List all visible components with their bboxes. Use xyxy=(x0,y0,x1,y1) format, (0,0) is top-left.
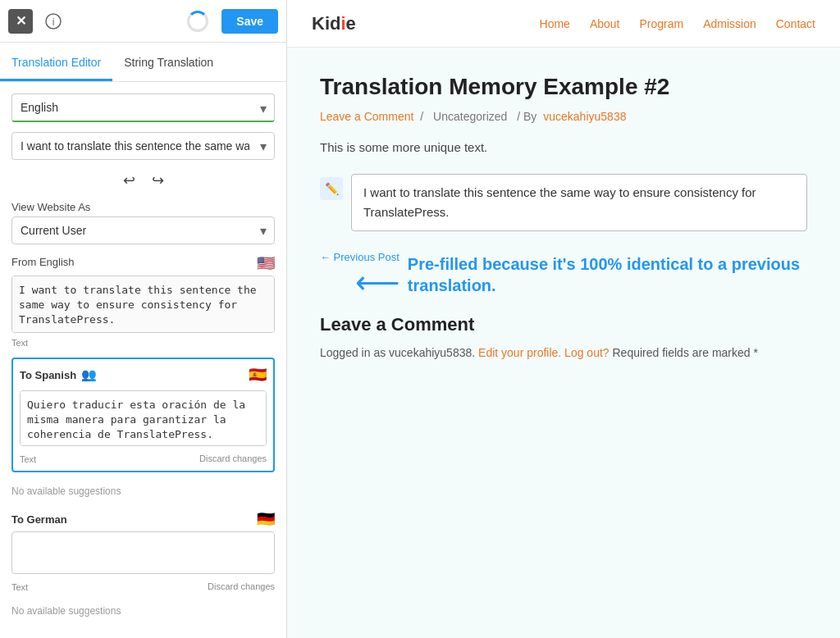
english-flag-icon: 🇺🇸 xyxy=(257,254,275,272)
german-no-suggestions: No available suggestions xyxy=(11,605,275,617)
left-panel: ✕ i Save Translation Editor String Trans… xyxy=(0,0,287,638)
to-spanish-footer: Text Discard changes xyxy=(20,453,267,464)
from-english-type: Text xyxy=(11,338,275,348)
save-button[interactable]: Save xyxy=(221,9,278,34)
prev-string-button[interactable]: ↩ xyxy=(123,171,135,189)
to-spanish-section: To Spanish 👥 🇪🇸 Quiero traducir esta ora… xyxy=(11,358,275,472)
to-german-discard[interactable]: Discard changes xyxy=(208,581,275,591)
german-flag-icon: 🇩🇪 xyxy=(257,510,275,528)
to-spanish-textarea[interactable]: Quiero traducir esta oración de la misma… xyxy=(20,390,267,446)
meta-sep1: / xyxy=(420,110,423,123)
meta-comment-link[interactable]: Leave a Comment xyxy=(320,110,413,123)
site-logo: Kidie xyxy=(312,13,356,34)
string-dropdown-wrap: I want to translate this sentence the sa… xyxy=(11,132,275,160)
from-english-section: From English 🇺🇸 I want to translate this… xyxy=(11,254,275,348)
from-english-textarea[interactable]: I want to translate this sentence the sa… xyxy=(11,276,275,333)
right-panel: Kidie Home About Program Admission Conta… xyxy=(287,0,840,638)
from-english-label: From English xyxy=(11,256,75,268)
logo-accent: i xyxy=(340,13,345,34)
to-spanish-header: To Spanish 👥 🇪🇸 xyxy=(20,366,267,384)
tab-string-translation[interactable]: String Translation xyxy=(112,43,225,81)
loading-spinner xyxy=(187,11,208,32)
site-content: Translation Memory Example #2 Leave a Co… xyxy=(287,48,840,395)
nav-about[interactable]: About xyxy=(590,17,620,30)
site-nav: Home About Program Admission Contact xyxy=(540,17,815,30)
to-german-footer: Text Discard changes xyxy=(11,581,275,592)
post-body-text: This is some more unique text. xyxy=(320,138,807,157)
spanish-no-suggestions: No available suggestions xyxy=(11,485,275,497)
leave-comment-title: Leave a Comment xyxy=(320,314,807,335)
highlight-text-box: I want to translate this sentence the sa… xyxy=(351,174,807,231)
site-header: Kidie Home About Program Admission Conta… xyxy=(287,0,840,48)
prev-post-link[interactable]: ← Previous Post xyxy=(320,251,399,263)
to-spanish-type: Text xyxy=(20,454,36,464)
spanish-flag-icon: 🇪🇸 xyxy=(249,366,267,384)
tabs: Translation Editor String Translation xyxy=(0,43,286,82)
post-title: Translation Memory Example #2 xyxy=(320,72,807,102)
to-german-section: To German 🇩🇪 Text Discard changes xyxy=(11,510,275,592)
logged-in-text: Logged in as vucekahiyu5838. xyxy=(320,346,475,359)
meta-sep2: / By xyxy=(517,110,536,123)
language-dropdown-wrap: English ▾ xyxy=(11,93,275,122)
language-dropdown[interactable]: English xyxy=(11,93,275,122)
people-icon: 👥 xyxy=(81,367,97,382)
to-spanish-discard[interactable]: Discard changes xyxy=(199,453,267,463)
view-website-label: View Website As xyxy=(11,201,275,213)
to-german-textarea[interactable] xyxy=(11,531,275,574)
info-button[interactable]: i xyxy=(41,9,66,34)
nav-home[interactable]: Home xyxy=(540,17,570,30)
from-english-header: From English 🇺🇸 xyxy=(11,254,275,272)
to-german-title: To German xyxy=(11,513,67,526)
nav-arrows: ↩ ↪ xyxy=(11,171,275,189)
edit-button[interactable]: ✏️ xyxy=(320,177,343,200)
panel-body: English ▾ I want to translate this sente… xyxy=(0,82,286,628)
string-dropdown[interactable]: I want to translate this sentence the sa… xyxy=(11,132,275,160)
tab-translation-editor[interactable]: Translation Editor xyxy=(0,43,112,81)
close-button[interactable]: ✕ xyxy=(8,9,33,34)
meta-category: Uncategorized xyxy=(433,110,507,123)
nav-contact[interactable]: Contact xyxy=(776,17,815,30)
pencil-icon: ✏️ xyxy=(320,177,343,200)
view-website-dropdown-wrap: Current User Guest ▾ xyxy=(11,216,275,244)
to-german-type: Text xyxy=(11,582,28,592)
view-website-dropdown[interactable]: Current User Guest xyxy=(11,216,275,244)
toolbar: ✕ i Save xyxy=(0,0,286,43)
highlight-box-wrap: ✏️ I want to translate this sentence the… xyxy=(320,174,807,231)
comment-meta: Logged in as vucekahiyu5838. Edit your p… xyxy=(320,344,807,362)
meta-author[interactable]: vucekahiyu5838 xyxy=(543,110,626,123)
nav-program[interactable]: Program xyxy=(639,17,683,30)
to-german-header: To German 🇩🇪 xyxy=(11,510,275,528)
annotation-row: ← Previous Post ⟵ Pre-filled because it'… xyxy=(320,251,807,298)
annotation-arrow-icon: ⟵ xyxy=(355,267,399,298)
post-meta: Leave a Comment / Uncategorized / By vuc… xyxy=(320,110,807,123)
logout-link[interactable]: Log out? xyxy=(564,346,609,359)
to-spanish-title: To Spanish 👥 xyxy=(20,367,97,382)
svg-text:i: i xyxy=(52,16,55,28)
view-website-section: View Website As Current User Guest ▾ xyxy=(11,201,275,244)
arrow-block: ← Previous Post ⟵ xyxy=(320,251,399,298)
nav-admission[interactable]: Admission xyxy=(703,17,756,30)
edit-profile-link[interactable]: Edit your profile. xyxy=(478,346,561,359)
next-string-button[interactable]: ↪ xyxy=(152,171,164,189)
annotation-text: Pre-filled because it's 100% identical t… xyxy=(408,253,807,296)
required-text: Required fields are marked * xyxy=(613,346,758,359)
